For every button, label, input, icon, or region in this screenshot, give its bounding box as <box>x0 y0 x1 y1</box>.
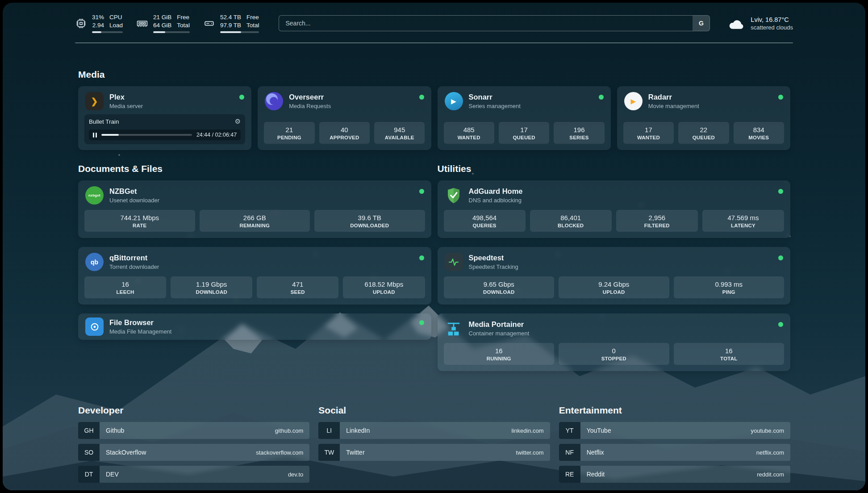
bookmark-dev[interactable]: DT DEV dev.to <box>78 466 309 483</box>
media-grid: ❯ Plex Media server Bullet Train ⚙ <box>78 86 790 150</box>
bookmark-abbr: DT <box>78 466 100 483</box>
section-title-media: Media <box>78 69 790 80</box>
search-input[interactable] <box>279 15 710 31</box>
bookmark-url: linkedin.com <box>511 427 543 434</box>
cpu-load: 2.94 <box>92 21 104 29</box>
stat-upload: 618.52 Mbps UPLOAD <box>343 276 425 298</box>
ram-icon <box>136 17 148 29</box>
bookmark-abbr: LI <box>318 422 340 439</box>
stat-pending: 21 PENDING <box>264 122 314 144</box>
stat-queued: 22 QUEUED <box>678 122 729 144</box>
app-name-radarr: Radarr <box>648 93 699 102</box>
disk-label-2: Total <box>246 21 259 29</box>
app-name-nzbget: NZBGet <box>109 187 159 196</box>
app-subtitle-qbittorrent: Torrent downloader <box>109 263 159 270</box>
utilities-column: Utilities Ad <box>438 163 791 380</box>
app-name-qbittorrent: qBittorrent <box>109 254 159 263</box>
bookmark-netflix[interactable]: NF Netflix netflix.com <box>559 444 790 461</box>
cpu-percent: 31% <box>92 13 104 21</box>
app-subtitle-speedtest: Speedtest Tracking <box>469 263 518 270</box>
status-dot-plex <box>239 95 244 100</box>
memory-monitor: 21 GiB 64 GiB Free Total <box>136 13 190 33</box>
bookmark-youtube[interactable]: YT YouTube youtube.com <box>559 422 790 439</box>
bookmark-url: reddit.com <box>757 471 784 478</box>
bookmark-name: YouTube <box>587 427 611 434</box>
app-subtitle-overseerr: Media Requests <box>289 103 331 109</box>
memory-progress-bar <box>153 31 190 33</box>
top-bar: 31% 2.94 CPU Load <box>3 3 865 33</box>
nzbget-card[interactable]: nzbget NZBGet Usenet downloader 744.21 M… <box>78 180 431 238</box>
pause-icon[interactable] <box>93 133 97 138</box>
search-engine-button[interactable]: G <box>693 16 709 31</box>
bookmark-stackoverflow[interactable]: SO StackOverflow stackoverflow.com <box>78 444 309 461</box>
stat-movies: 834 MOVIES <box>734 122 784 144</box>
radarr-card[interactable]: ▶ Radarr Movie management 17 WANTED <box>617 86 790 150</box>
adguard-card[interactable]: AdGuard Home DNS and adblocking 498,564 … <box>438 180 791 238</box>
app-name-speedtest: Speedtest <box>469 254 518 263</box>
stat-approved: 40 APPROVED <box>319 122 370 144</box>
stat-available: 945 AVAILABLE <box>374 122 425 144</box>
stat-running: 16 RUNNING <box>444 343 555 365</box>
speedtest-card[interactable]: Speedtest Speedtest Tracking 9.65 Gbps D… <box>438 247 791 305</box>
stat-queued: 17 QUEUED <box>499 122 549 144</box>
bookmark-name: Reddit <box>587 471 605 478</box>
qbittorrent-icon: qb <box>85 253 104 271</box>
section-title-documents: Documents & Files <box>78 163 431 174</box>
app-name-portainer: Media Portainer <box>469 320 530 329</box>
bookmark-abbr: NF <box>559 444 580 461</box>
status-dot-qbittorrent <box>419 255 424 260</box>
stat-download: 9.65 Gbps DOWNLOAD <box>444 276 555 298</box>
overseerr-card[interactable]: Overseerr Media Requests 21 PENDING 40 A… <box>258 86 431 150</box>
weather-location: Lviv, 16.87°C <box>751 16 793 23</box>
dashboard-stage: 31% 2.94 CPU Load <box>0 0 868 493</box>
disk-free: 52.4 TB <box>220 13 241 21</box>
app-name-overseerr: Overseerr <box>289 93 331 102</box>
disk-total: 97.9 TB <box>220 21 241 29</box>
weather-widget[interactable]: Lviv, 16.87°C scattered clouds <box>728 16 793 31</box>
plex-icon: ❯ <box>85 92 104 110</box>
filebrowser-card[interactable]: File Browser Media File Management <box>78 313 431 340</box>
cpu-icon <box>75 17 87 29</box>
memory-label: Free <box>177 13 190 21</box>
section-title-social: Social <box>318 405 550 416</box>
stat-leech: 16 LEECH <box>84 276 166 298</box>
app-subtitle-nzbget: Usenet downloader <box>109 197 159 204</box>
bookmark-reddit[interactable]: RE Reddit reddit.com <box>559 466 790 483</box>
cpu-monitor: 31% 2.94 CPU Load <box>75 13 123 33</box>
app-subtitle-radarr: Movie management <box>648 103 699 109</box>
bookmark-url: stackoverflow.com <box>256 449 303 456</box>
portainer-card[interactable]: Media Portainer Container management 16 … <box>438 313 791 371</box>
disk-label: Free <box>246 13 259 21</box>
app-subtitle-filebrowser: Media File Management <box>109 328 171 335</box>
overseerr-icon <box>265 92 283 110</box>
stat-rate: 744.21 Mbps RATE <box>84 210 195 232</box>
stat-series: 196 SERIES <box>554 122 604 144</box>
bookmarks-developer: Developer GH Github github.com SO StackO… <box>78 405 309 488</box>
stat-latency: 47.569 ms LATENCY <box>702 210 784 232</box>
settings-gear-icon[interactable]: ⚙ <box>235 117 241 125</box>
status-dot-portainer <box>778 322 783 327</box>
plex-card[interactable]: ❯ Plex Media server Bullet Train ⚙ <box>78 86 251 150</box>
sonarr-icon: ▶ <box>445 92 463 110</box>
qbittorrent-card[interactable]: qb qBittorrent Torrent downloader 16 LEE… <box>78 247 431 305</box>
system-monitors: 31% 2.94 CPU Load <box>75 13 259 33</box>
status-dot-sonarr <box>599 95 604 100</box>
status-dot-nzbget <box>419 189 424 194</box>
app-subtitle-plex: Media server <box>109 103 143 109</box>
playback-time: 24:44 / 02:06:47 <box>196 132 237 138</box>
bookmark-twitter[interactable]: TW Twitter twitter.com <box>318 444 550 461</box>
bookmark-abbr: RE <box>559 466 580 483</box>
bookmark-linkedin[interactable]: LI LinkedIn linkedin.com <box>318 422 550 439</box>
sonarr-card[interactable]: ▶ Sonarr Series management 485 WANTED <box>438 86 611 150</box>
bookmark-url: netflix.com <box>756 449 784 456</box>
status-dot-adguard <box>778 189 783 194</box>
bookmark-name: Twitter <box>346 449 364 456</box>
section-title-entertainment: Entertainment <box>559 405 790 416</box>
portainer-crane-icon <box>445 319 463 338</box>
section-title-utilities: Utilities <box>438 163 791 174</box>
memory-label-2: Total <box>177 21 190 29</box>
bookmark-github[interactable]: GH Github github.com <box>78 422 309 439</box>
playback-progress[interactable] <box>101 134 192 136</box>
bookmark-url: youtube.com <box>751 427 784 434</box>
bookmark-url: github.com <box>275 427 304 434</box>
